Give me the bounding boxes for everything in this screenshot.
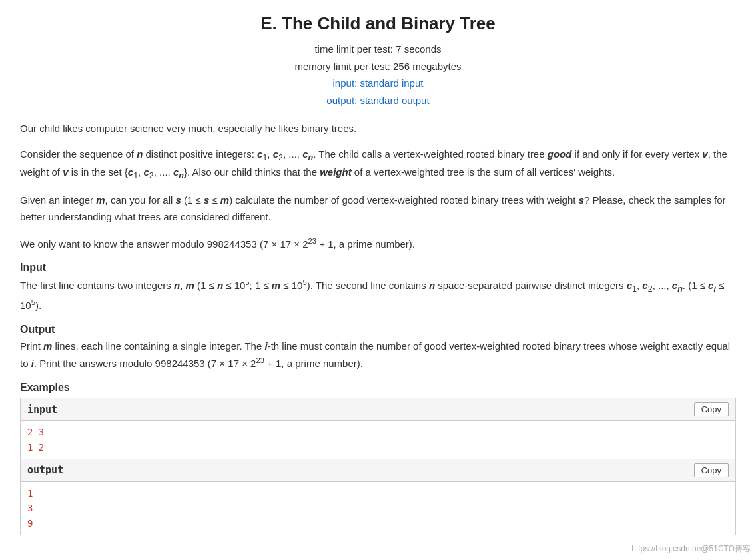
intro-paragraph: Our child likes computer science very mu…: [20, 121, 736, 137]
paragraph-3: We only want to know the answer modulo 9…: [20, 235, 736, 253]
time-limit: time limit per test: 7 seconds: [20, 41, 736, 58]
output-section-title: Output: [20, 324, 736, 336]
input-type: input: standard input: [20, 75, 736, 92]
paragraph-1: Consider the sequence of n distinct posi…: [20, 146, 736, 183]
output-type: output: standard output: [20, 92, 736, 109]
input-section-title: Input: [20, 262, 736, 274]
example-input-label: input: [27, 404, 57, 416]
example-input-data: 2 3 1 2: [21, 421, 735, 459]
watermark: https://blog.csdn.ne@51CTO博客: [631, 543, 751, 549]
meta-info: time limit per test: 7 seconds memory li…: [20, 41, 736, 109]
copy-output-button[interactable]: Copy: [694, 463, 729, 477]
input-description: The first line contains two integers n, …: [20, 276, 736, 314]
example-input-box: input Copy 2 3 1 2: [20, 398, 736, 459]
example-output-label: output: [27, 464, 63, 476]
example-input-header: input Copy: [21, 398, 735, 421]
memory-limit: memory limit per test: 256 megabytes: [20, 58, 736, 75]
page-title: E. The Child and Binary Tree: [20, 13, 736, 34]
output-description: Print m lines, each line containing a si…: [20, 338, 736, 373]
example-output-header: output Copy: [21, 459, 735, 482]
example-output-box: output Copy 1 3 9: [20, 459, 736, 535]
examples-title: Examples: [20, 382, 736, 394]
paragraph-2: Given an integer m, can you for all s (1…: [20, 192, 736, 226]
example-output-data: 1 3 9: [21, 482, 735, 535]
copy-input-button[interactable]: Copy: [694, 402, 729, 416]
